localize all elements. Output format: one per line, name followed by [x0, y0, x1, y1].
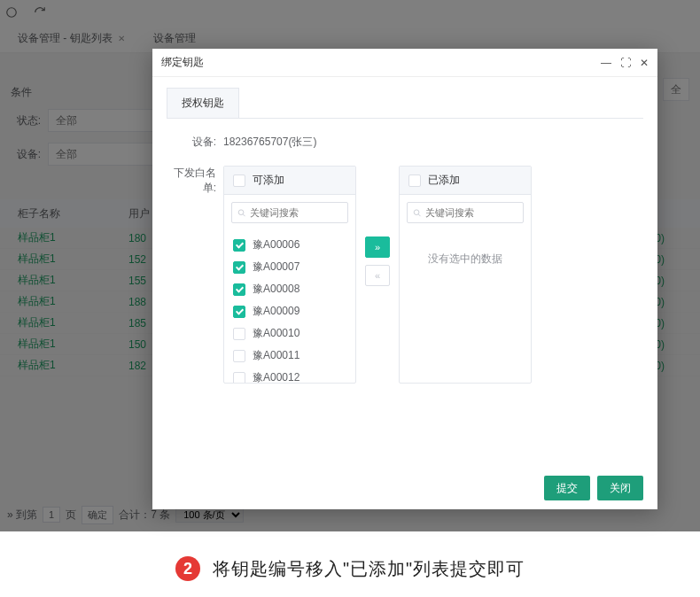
list-item[interactable]: 豫A00012: [224, 367, 355, 383]
checkbox[interactable]: [233, 372, 245, 384]
move-right-button[interactable]: »: [365, 236, 390, 258]
list-item-label: 豫A00011: [253, 348, 299, 363]
move-left-button[interactable]: «: [365, 265, 390, 286]
right-list: 没有选中的数据: [400, 230, 531, 383]
left-title: 可添加: [253, 173, 284, 188]
left-search[interactable]: [231, 202, 348, 223]
checkbox[interactable]: [233, 306, 245, 318]
right-panel: 已添加 没有选中的数据: [399, 166, 532, 384]
modal-title: 绑定钥匙: [161, 55, 601, 70]
list-item-label: 豫A00007: [253, 260, 299, 275]
list-item-label: 豫A00006: [253, 237, 299, 252]
left-list[interactable]: 豫A00006豫A00007豫A00008豫A00009豫A00010豫A000…: [224, 230, 355, 383]
list-item-label: 豫A00010: [253, 326, 299, 341]
close-button[interactable]: 关闭: [597, 476, 643, 500]
search-icon: [413, 208, 422, 218]
list-item-label: 豫A00008: [253, 282, 299, 297]
checkbox[interactable]: [233, 283, 245, 296]
checkbox[interactable]: [233, 261, 245, 274]
left-panel: 可添加 豫A00006豫A00007豫A00008豫A00009豫A00010豫…: [223, 166, 356, 384]
list-item[interactable]: 豫A00006: [224, 234, 355, 256]
right-title: 已添加: [428, 173, 460, 188]
svg-line-2: [243, 213, 245, 215]
left-search-input[interactable]: [250, 207, 342, 218]
list-item-label: 豫A00009: [253, 304, 299, 319]
list-item[interactable]: 豫A00009: [224, 300, 355, 322]
tab-auth-key[interactable]: 授权钥匙: [167, 88, 239, 118]
instruction: 2 将钥匙编号移入"已添加"列表提交即可: [0, 556, 700, 581]
svg-point-1: [238, 209, 244, 214]
right-select-all[interactable]: [408, 174, 421, 187]
list-item[interactable]: 豫A00011: [224, 345, 355, 367]
checkbox[interactable]: [233, 239, 245, 252]
bind-key-modal: 绑定钥匙 — ⛶ ✕ 授权钥匙 设备: 18236765707(张三) 下发白名…: [152, 49, 657, 509]
device-value: 18236765707(张三): [223, 131, 643, 150]
right-search[interactable]: [407, 202, 524, 223]
device-label: 设备:: [167, 131, 223, 150]
svg-line-4: [418, 213, 420, 215]
minimize-icon[interactable]: —: [601, 57, 611, 69]
close-icon[interactable]: ✕: [640, 57, 649, 69]
step-badge: 2: [175, 556, 200, 581]
whitelist-label: 下发白名单:: [167, 162, 223, 196]
empty-text: 没有选中的数据: [400, 234, 531, 284]
submit-button[interactable]: 提交: [544, 476, 590, 500]
list-item-label: 豫A00012: [253, 370, 299, 383]
left-select-all[interactable]: [233, 174, 245, 187]
instruction-text: 将钥匙编号移入"已添加"列表提交即可: [213, 557, 525, 581]
checkbox[interactable]: [233, 350, 245, 362]
svg-point-3: [414, 209, 419, 214]
right-search-input[interactable]: [425, 207, 517, 218]
list-item[interactable]: 豫A00008: [224, 278, 355, 300]
list-item[interactable]: 豫A00010: [224, 322, 355, 345]
checkbox[interactable]: [233, 328, 245, 340]
search-icon: [237, 208, 246, 218]
list-item[interactable]: 豫A00007: [224, 256, 355, 278]
maximize-icon[interactable]: ⛶: [620, 57, 631, 69]
